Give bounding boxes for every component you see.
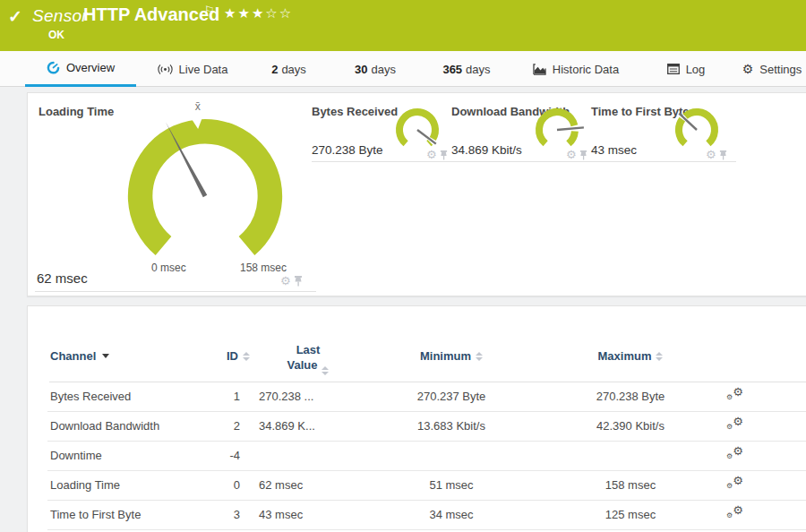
- sort-arrows-icon: [243, 352, 250, 361]
- sort-arrows-icon: [322, 366, 329, 375]
- channel-last-value: 43 msec: [259, 501, 357, 529]
- mini-gauge-bytes-received: Bytes Received 270.238 Byte ⚙: [312, 100, 457, 162]
- channel-name[interactable]: Time to First Byte: [50, 501, 216, 529]
- pin-icon[interactable]: [719, 150, 727, 160]
- channel-minimum: 13.683 Kbit/s: [357, 412, 545, 441]
- bytes-received-gauge[interactable]: [389, 100, 446, 156]
- gauge-cell-actions: ⚙: [426, 150, 448, 160]
- tab-label: Live Data: [179, 63, 228, 76]
- tab-30-days[interactable]: 30 days: [348, 51, 402, 87]
- column-label: Value: [287, 358, 318, 372]
- table-header: Channel ID Last Value Minimum Maximum: [28, 306, 806, 382]
- tab-settings[interactable]: ⚙ Settings: [740, 51, 804, 87]
- tab-2-days[interactable]: 2 days: [264, 51, 313, 87]
- channel-maximum: 125 msec: [545, 501, 716, 529]
- tab-label: Historic Data: [553, 63, 619, 76]
- gauge-scale-min: 0 msec: [151, 262, 186, 274]
- channel-settings-gears-icon[interactable]: ⚙⚙: [727, 414, 743, 430]
- column-header-channel[interactable]: Channel: [50, 349, 109, 363]
- column-label: ID: [227, 349, 238, 363]
- tab-historic-data[interactable]: Historic Data: [530, 51, 622, 87]
- column-label: Last: [296, 343, 321, 356]
- gauge-needle: [557, 127, 584, 130]
- table-row[interactable]: Download Bandwidth 2 34.869 K... 13.683 …: [28, 412, 806, 442]
- pin-icon[interactable]: [440, 150, 448, 160]
- channel-id: 1: [207, 382, 240, 411]
- column-label: Minimum: [420, 349, 471, 363]
- gauge-mean-symbol: x̄: [195, 100, 201, 113]
- gauge-scale-max: 158 msec: [240, 262, 287, 274]
- tab-label: days: [466, 63, 490, 76]
- pin-icon[interactable]: [579, 150, 587, 160]
- flag-icon[interactable]: ⚐: [204, 4, 215, 17]
- column-header-minimum[interactable]: Minimum: [357, 349, 545, 363]
- channel-id: 2: [207, 412, 240, 441]
- gear-icon[interactable]: ⚙: [426, 150, 437, 160]
- sensor-type-label: Sensor: [32, 6, 88, 26]
- loading-time-gauge[interactable]: x̄: [114, 100, 296, 287]
- channel-name[interactable]: Download Bandwidth: [50, 412, 216, 441]
- sensor-status-badge: OK: [48, 29, 64, 41]
- tab-label: Log: [686, 63, 706, 76]
- channel-settings-gears-icon[interactable]: ⚙⚙: [727, 384, 743, 400]
- pin-icon[interactable]: [294, 275, 303, 287]
- channel-last-value: 62 msec: [259, 471, 357, 500]
- column-label: Channel: [50, 349, 96, 363]
- column-label: Maximum: [598, 349, 652, 363]
- gear-icon[interactable]: ⚙: [706, 150, 716, 160]
- column-header-id[interactable]: ID: [207, 349, 250, 363]
- gauge-icon: [47, 61, 60, 74]
- gear-icon[interactable]: ⚙: [280, 276, 291, 287]
- channel-name[interactable]: Bytes Received: [50, 382, 216, 411]
- sort-arrows-icon: [656, 352, 663, 361]
- channel-settings-gears-icon[interactable]: ⚙⚙: [727, 502, 743, 519]
- channel-id: 3: [207, 501, 240, 529]
- tab-label: days: [372, 63, 396, 76]
- channel-id: 0: [207, 471, 240, 500]
- channels-table-panel: Channel ID Last Value Minimum Maximum: [27, 305, 806, 532]
- tab-number: 30: [355, 63, 367, 76]
- channel-name[interactable]: Loading Time: [50, 471, 216, 500]
- live-broadcast-icon: [158, 64, 173, 75]
- channel-id: -4: [207, 442, 240, 470]
- tab-overview[interactable]: Overview: [25, 51, 136, 87]
- gear-icon: ⚙: [742, 62, 754, 76]
- channel-settings-gears-icon[interactable]: ⚙⚙: [727, 443, 743, 459]
- channel-maximum: 158 msec: [545, 471, 716, 500]
- channel-minimum: 34 msec: [357, 501, 545, 529]
- mini-gauge-value: 43 msec: [591, 143, 637, 157]
- gauge-cell-actions: ⚙: [566, 150, 587, 160]
- mini-gauge-download-bandwidth: Download Bandwidth 34.869 Kbit/s ⚙: [451, 100, 596, 162]
- channel-minimum: 51 msec: [357, 471, 545, 500]
- log-list-icon: [667, 64, 680, 74]
- time-to-first-byte-gauge[interactable]: [668, 100, 725, 156]
- channel-maximum: 270.238 Byte: [545, 382, 716, 411]
- download-bandwidth-gauge[interactable]: [528, 100, 586, 156]
- divider: [47, 529, 806, 530]
- area-chart-icon: [533, 64, 546, 75]
- channel-settings-gears-icon[interactable]: ⚙⚙: [727, 473, 743, 489]
- main-gauge-title: Loading Time: [39, 105, 114, 118]
- table-row[interactable]: Downtime -4 ⚙⚙: [28, 442, 806, 471]
- gauge-cell-actions: ⚙: [706, 150, 727, 160]
- table-row[interactable]: Loading Time 0 62 msec 51 msec 158 msec …: [28, 471, 806, 501]
- mini-gauge-value: 34.869 Kbit/s: [451, 143, 522, 157]
- sort-caret-down-icon: [102, 354, 109, 358]
- tab-log[interactable]: Log: [663, 51, 709, 87]
- gear-icon[interactable]: ⚙: [566, 150, 577, 160]
- tab-live-data[interactable]: Live Data: [152, 51, 233, 87]
- main-gauge-value: 62 msec: [37, 270, 88, 286]
- column-header-last-value[interactable]: Last Value: [259, 342, 357, 375]
- tab-365-days[interactable]: 365 days: [436, 51, 497, 87]
- mini-gauge-title: Bytes Received: [312, 105, 398, 118]
- column-header-maximum[interactable]: Maximum: [545, 349, 716, 363]
- table-row[interactable]: Bytes Received 1 270.238 ... 270.237 Byt…: [28, 382, 806, 412]
- gauges-panel: Loading Time x̄ 0 msec 158 msec 62 msec …: [27, 92, 806, 296]
- priority-stars[interactable]: ★★★☆☆: [224, 5, 293, 21]
- channel-name[interactable]: Downtime: [50, 442, 216, 470]
- table-row[interactable]: Time to First Byte 3 43 msec 34 msec 125…: [28, 501, 806, 530]
- mini-gauge-time-to-first-byte: Time to First Byte 43 msec ⚙: [591, 100, 736, 162]
- tab-bar: Overview Live Data 2 days 30 days 365 da…: [0, 51, 806, 87]
- status-ok-check-icon: ✓: [8, 6, 22, 27]
- channel-maximum: 42.390 Kbit/s: [545, 412, 716, 441]
